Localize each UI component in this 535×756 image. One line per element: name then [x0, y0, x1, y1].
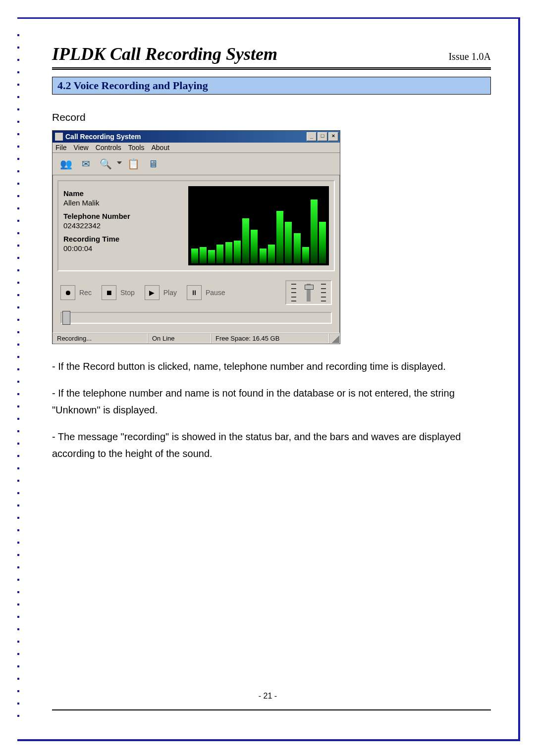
paragraph-2: - If the telephone number and name is no…	[52, 385, 491, 418]
spectrum-visualizer	[188, 186, 329, 265]
time-label: Recording Time	[63, 235, 182, 243]
transport-controls: ⏺ Rec ⏹ Stop ▶ Play ⏸ Pause	[57, 280, 335, 305]
rec-button[interactable]: ⏺	[60, 285, 75, 300]
titlebar: Call Recording System _ □ ×	[53, 131, 340, 143]
spectrum-bar	[268, 245, 275, 263]
volume-scale-right	[321, 284, 326, 302]
app-icon	[55, 133, 63, 141]
play-label: Play	[163, 289, 177, 297]
volume-box	[285, 280, 332, 305]
minimize-button[interactable]: _	[307, 132, 317, 141]
mail-icon[interactable]: ✉	[77, 155, 94, 172]
spectrum-bar	[311, 200, 318, 263]
status-left: Recording...	[53, 333, 148, 344]
statusbar: Recording... On Line Free Space: 16.45 G…	[53, 333, 340, 344]
play-button[interactable]: ▶	[145, 285, 160, 300]
toolbar: 👥 ✉ 🔍 📋 🖥	[53, 153, 340, 175]
spectrum-bar	[294, 233, 301, 263]
spectrum-bar	[208, 250, 215, 263]
spectrum-bar	[242, 218, 249, 263]
search-icon[interactable]: 🔍	[97, 155, 114, 172]
header-rule	[52, 67, 491, 70]
tel-label: Telephone Number	[63, 212, 182, 220]
volume-scale-left	[291, 284, 296, 302]
menu-about[interactable]: About	[151, 144, 169, 151]
menu-controls[interactable]: Controls	[96, 144, 121, 151]
volume-slider[interactable]	[307, 284, 311, 302]
subheading: Record	[52, 111, 491, 123]
spectrum-bar	[276, 211, 283, 263]
name-label: Name	[63, 189, 182, 198]
menu-tools[interactable]: Tools	[128, 144, 145, 151]
spectrum-bar	[225, 242, 232, 263]
status-right: Free Space: 16.45 GB	[211, 333, 329, 344]
spectrum-bar	[191, 249, 198, 263]
paragraph-1: - If the Record button is clicked, name,…	[52, 358, 491, 375]
list-icon[interactable]: 📋	[125, 155, 142, 172]
tel-value: 024322342	[63, 221, 182, 230]
pause-label: Pause	[206, 289, 225, 297]
status-mid: On Line	[148, 333, 211, 344]
dropdown-icon[interactable]	[117, 161, 122, 166]
left-dotted-border	[17, 24, 20, 734]
paragraph-3: - The message "recording" is showed in t…	[52, 428, 491, 462]
issue-label: Issue 1.0A	[448, 51, 491, 62]
section-heading: 4.2 Voice Recording and Playing	[52, 77, 491, 95]
menu-view[interactable]: View	[74, 144, 89, 151]
seek-bar[interactable]	[60, 312, 332, 324]
app-window: Call Recording System _ □ × File View Co…	[52, 130, 340, 344]
name-value: Allen Malik	[63, 199, 182, 207]
footer-rule	[52, 709, 491, 710]
time-value: 00:00:04	[63, 244, 182, 252]
menubar: File View Controls Tools About	[53, 143, 340, 153]
info-panel: Name Allen Malik Telephone Number 024322…	[57, 180, 335, 271]
spectrum-bar	[260, 249, 267, 263]
stop-label: Stop	[120, 289, 135, 297]
maximize-button[interactable]: □	[318, 132, 327, 141]
window-title: Call Recording System	[65, 133, 307, 141]
close-button[interactable]: ×	[328, 132, 338, 141]
stop-button[interactable]: ⏹	[102, 285, 116, 300]
spectrum-bar	[302, 247, 309, 263]
resize-grip[interactable]	[329, 333, 340, 344]
spectrum-bar	[251, 230, 258, 263]
pause-button[interactable]: ⏸	[187, 285, 202, 300]
spectrum-bar	[319, 222, 326, 263]
menu-file[interactable]: File	[55, 144, 67, 151]
spectrum-bar	[200, 247, 207, 263]
rec-label: Rec	[79, 289, 92, 297]
seek-thumb[interactable]	[62, 311, 70, 325]
users-icon[interactable]: 👥	[57, 155, 74, 172]
document-title: IPLDK Call Recording System	[52, 44, 277, 64]
spectrum-bar	[285, 222, 292, 263]
page-number: - 21 -	[17, 692, 518, 701]
spectrum-bar	[216, 245, 223, 263]
device-icon[interactable]: 🖥	[145, 155, 161, 172]
spectrum-bar	[234, 241, 241, 263]
